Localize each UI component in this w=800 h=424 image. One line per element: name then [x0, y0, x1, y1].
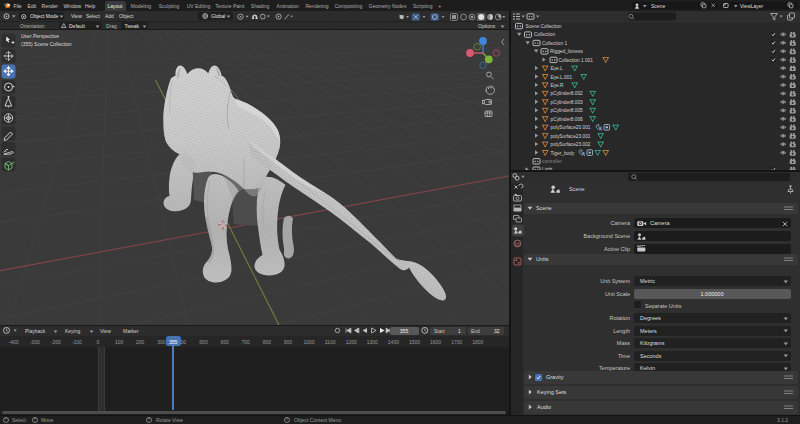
svg-text:pCylinder8.006: pCylinder8.006	[550, 116, 583, 121]
svg-text:pCylinder8.003: pCylinder8.003	[550, 99, 583, 104]
svg-text:Collection 1.001: Collection 1.001	[558, 57, 593, 62]
svg-text:polySurface23.001: polySurface23.001	[550, 133, 590, 138]
svg-text:Eye.L.001: Eye.L.001	[550, 74, 572, 79]
svg-text:polySurface20.001: polySurface20.001	[550, 125, 590, 130]
svg-text:Eye.R: Eye.R	[550, 82, 564, 87]
svg-text:Eye.L: Eye.L	[550, 66, 563, 71]
svg-text:Rigged_lioness: Rigged_lioness	[550, 49, 583, 54]
svg-text:Tiger_body: Tiger_body	[550, 150, 574, 155]
svg-text:polySurface23.002: polySurface23.002	[550, 142, 590, 147]
svg-text:Collection 1: Collection 1	[542, 40, 567, 45]
svg-text:Collection: Collection	[534, 32, 555, 37]
svg-text:controller: controller	[542, 159, 562, 164]
svg-text:Scene Collection: Scene Collection	[525, 23, 561, 28]
svg-text:pCylinder8.002: pCylinder8.002	[550, 91, 583, 96]
svg-text:pCylinder8.005: pCylinder8.005	[550, 108, 583, 113]
